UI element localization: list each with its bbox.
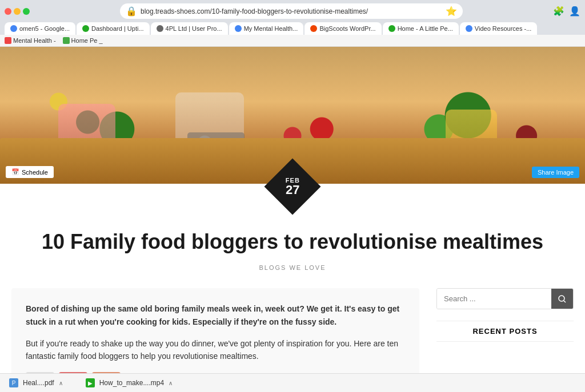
star-icon: ⭐ [446, 6, 457, 17]
tab-2-label: Dashboard | Upti... [91, 25, 144, 32]
minimize-button[interactable] [14, 8, 21, 15]
tab-6-favicon [388, 25, 395, 32]
download-item-1[interactable]: P Heal....pdf ∧ [9, 378, 63, 387]
bookmark-2[interactable]: Home Pe _ [63, 37, 103, 44]
bookmark-2-label: Home Pe _ [71, 37, 103, 44]
tab-7-label: Video Resources -... [475, 25, 531, 32]
tab-6-label: Home - A Little Pe... [398, 25, 453, 32]
tab-4-favicon [235, 25, 242, 32]
tab-5-favicon [310, 25, 317, 32]
download-bar: P Heal....pdf ∧ ▶ How_to_make....mp4 ∧ [0, 373, 585, 392]
lock-icon: 🔒 [126, 6, 137, 17]
tab-2-favicon [82, 25, 89, 32]
tab-2[interactable]: Dashboard | Upti... [77, 22, 150, 35]
tab-1[interactable]: omen5 - Google... [5, 22, 75, 35]
tab-7[interactable]: Video Resources -... [460, 22, 537, 35]
maximize-button[interactable] [23, 8, 30, 15]
browser-bar: 🔒 blog.treads-shoes.com/10-family-food-b… [0, 0, 585, 22]
search-button[interactable] [551, 289, 573, 309]
bookmark-2-favicon [63, 37, 70, 44]
bookmark-1-favicon [5, 37, 11, 44]
tab-3-label: 4PL Ltd | User Pro... [166, 25, 222, 32]
intro-bold-text: Bored of dishing up the same old boring … [26, 302, 405, 328]
bookmark-1[interactable]: Mental Health - [5, 37, 56, 44]
pdf-icon: P [9, 378, 18, 387]
intro-bold: Bored of dishing up the same old boring … [26, 304, 399, 326]
tab-3[interactable]: 4PL Ltd | User Pro... [151, 22, 228, 35]
download-2-chevron[interactable]: ∧ [169, 380, 173, 386]
download-2-label: How_to_make....mp4 [99, 379, 164, 387]
search-input[interactable] [437, 289, 551, 309]
article-section: 10 Family food bloggers to revolutionise… [0, 207, 585, 392]
tabs-bar: omen5 - Google... Dashboard | Upti... 4P… [0, 22, 585, 35]
bookmark-1-label: Mental Health - [13, 37, 56, 44]
profile-icon: 👤 [569, 6, 580, 17]
tab-4-label: My Mental Health... [244, 25, 298, 32]
article-category: BLOGS WE LOVE [0, 260, 585, 282]
bookmarks-bar: Mental Health - Home Pe _ [0, 35, 585, 47]
tab-6[interactable]: Home - A Little Pe... [383, 22, 459, 35]
tab-7-favicon [466, 25, 472, 32]
browser-chrome: 🔒 blog.treads-shoes.com/10-family-food-b… [0, 0, 585, 47]
tab-1-label: omen5 - Google... [19, 25, 70, 32]
traffic-lights [5, 8, 30, 15]
tab-1-favicon [10, 25, 17, 32]
date-day: 27 [286, 184, 300, 196]
browser-nav-icons: 🧩 👤 [553, 6, 580, 17]
page-content: 📅 Schedule Share Image FEB 27 10 Family … [0, 47, 585, 392]
search-box[interactable] [436, 288, 574, 309]
tab-4[interactable]: My Mental Health... [229, 22, 304, 35]
svg-line-1 [564, 301, 566, 302]
url-text: blog.treads-shoes.com/10-family-food-blo… [141, 7, 442, 15]
download-item-2[interactable]: ▶ How_to_make....mp4 ∧ [86, 378, 173, 387]
close-button[interactable] [5, 8, 11, 15]
mp4-icon: ▶ [86, 378, 95, 387]
address-bar[interactable]: 🔒 blog.treads-shoes.com/10-family-food-b… [120, 3, 463, 19]
download-1-chevron[interactable]: ∧ [59, 380, 63, 386]
extensions-icon: 🧩 [553, 6, 564, 17]
tab-5[interactable]: BigScoots WordPr... [304, 22, 381, 35]
search-icon [558, 295, 566, 303]
date-diamond: FEB 27 [265, 159, 321, 215]
tab-5-label: BigScoots WordPr... [319, 25, 375, 32]
svg-point-0 [559, 296, 564, 301]
intro-regular-text: But if you're ready to shake up the way … [26, 337, 405, 363]
recent-posts-title: RECENT POSTS [436, 321, 574, 342]
download-1-label: Heal....pdf [23, 379, 54, 387]
date-diamond-inner: FEB 27 [286, 177, 300, 196]
date-diamond-wrapper: FEB 27 [0, 167, 585, 207]
tab-3-favicon [157, 25, 163, 32]
article-title: 10 Family food bloggers to revolutionise… [0, 218, 585, 260]
